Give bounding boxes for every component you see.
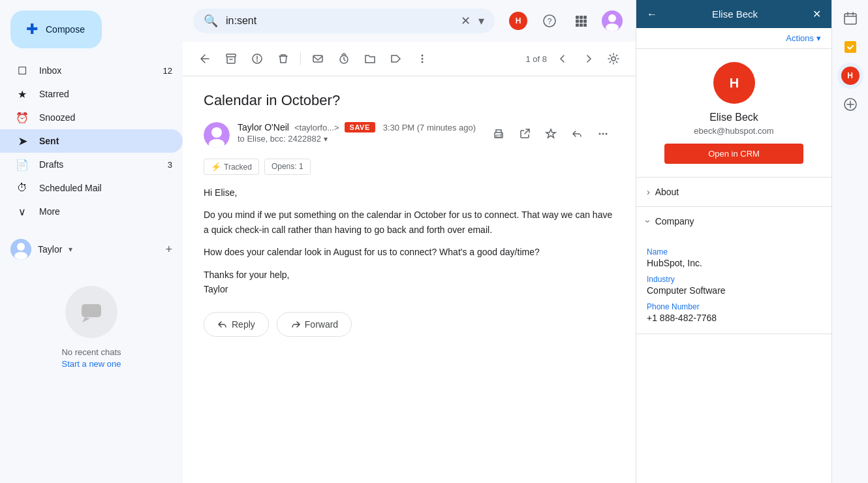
user-account-btn[interactable] [599, 8, 625, 34]
print-button[interactable] [487, 122, 510, 146]
reply-icon-button[interactable] [565, 122, 589, 146]
sidebar-item-snoozed[interactable]: ⏰ Snoozed [0, 106, 183, 129]
open-crm-button[interactable]: Open in CRM [664, 144, 804, 164]
email-paragraph-2: How does your calendar look in August fo… [204, 245, 615, 259]
mark-unread-button[interactable] [306, 47, 330, 70]
inbox-icon: ☐ [16, 65, 29, 77]
hubspot-icon-btn[interactable]: H [505, 8, 531, 34]
sender-avatar [204, 122, 230, 148]
sidebar-item-more[interactable]: ∨ More [0, 200, 183, 223]
report-spam-button[interactable] [245, 47, 269, 70]
strip-hubspot-logo: H [841, 67, 860, 85]
to-line: to Elise, bcc: 2422882 ▾ [238, 134, 479, 144]
panel-back-button[interactable]: ← [647, 8, 657, 20]
tracked-badge[interactable]: ⚡ Tracked [204, 159, 259, 175]
user-section[interactable]: Taylor ▾ + [0, 231, 183, 268]
svg-rect-12 [583, 20, 587, 23]
to-dropdown-icon[interactable]: ▾ [324, 134, 328, 144]
about-section-header[interactable]: › About [636, 178, 831, 206]
labels-button[interactable] [384, 47, 408, 70]
user-name: Taylor [38, 244, 62, 255]
help-icon-btn[interactable]: ? [536, 8, 563, 34]
more-options-button[interactable] [411, 47, 434, 70]
main-area: 🔍 ✕ ▾ H ? [183, 0, 636, 483]
svg-point-35 [599, 133, 601, 135]
svg-point-28 [612, 57, 615, 61]
svg-rect-11 [580, 20, 583, 23]
svg-point-30 [211, 127, 222, 138]
settings-button[interactable] [602, 47, 625, 70]
svg-point-26 [422, 58, 424, 60]
search-input[interactable] [226, 15, 453, 27]
panel-close-button[interactable]: ✕ [813, 8, 821, 20]
sidebar-item-scheduled[interactable]: ⏱ Scheduled Mail [0, 176, 183, 200]
strip-hubspot-icon[interactable]: H [837, 63, 863, 89]
contact-email: ebeck@hubspot.com [694, 126, 773, 136]
more-email-options[interactable] [591, 122, 615, 146]
chat-start-link[interactable]: Start a new one [61, 359, 121, 369]
forward-label: Forward [305, 319, 338, 330]
email-sign-off: Thanks for your help,Taylor [204, 268, 615, 297]
add-user-icon[interactable]: + [165, 243, 172, 257]
delete-button[interactable] [271, 47, 295, 70]
previous-button[interactable] [552, 48, 573, 69]
strip-calendar-icon[interactable] [837, 5, 863, 31]
user-avatar [10, 239, 31, 260]
sidebar-item-inbox[interactable]: ☐ Inbox 12 [0, 59, 183, 82]
search-clear-icon[interactable]: ✕ [461, 14, 471, 28]
actions-chevron-icon: ▾ [816, 33, 821, 43]
company-name-label: Name [647, 247, 821, 257]
sent-icon: ➤ [16, 135, 29, 148]
open-new-window-button[interactable] [513, 122, 536, 146]
phone-label: Phone Number [647, 302, 821, 311]
reply-button[interactable]: Reply [204, 312, 269, 337]
email-body: Hi Elise, Do you mind if we put somethin… [204, 185, 615, 296]
contact-name: Elise Beck [709, 112, 758, 123]
starred-label: Starred [39, 89, 162, 99]
email-header: Taylor O'Neil <taylorfo...> SAVE 3:30 PM… [204, 122, 615, 148]
strip-add-icon[interactable] [837, 91, 863, 117]
chat-empty-icon [65, 286, 117, 338]
sidebar-item-sent[interactable]: ➤ Sent [0, 129, 183, 153]
archive-button[interactable] [219, 47, 243, 70]
industry-value: Computer Software [647, 285, 821, 296]
email-paragraph-1: Do you mind if we put something on the c… [204, 208, 615, 237]
search-dropdown-icon[interactable]: ▾ [478, 14, 484, 28]
compose-button[interactable]: ✚ Compose [10, 10, 102, 48]
back-button[interactable] [193, 47, 217, 70]
sent-label: Sent [39, 136, 172, 146]
svg-rect-23 [313, 55, 322, 62]
forward-button[interactable]: Forward [277, 312, 352, 337]
svg-point-1 [17, 243, 25, 251]
actions-link[interactable]: Actions ▾ [786, 33, 821, 43]
svg-rect-9 [583, 16, 587, 19]
strip-tasks-icon[interactable] [837, 34, 863, 60]
snooze-button[interactable] [332, 47, 356, 70]
opens-badge[interactable]: Opens: 1 [264, 159, 311, 175]
sender-email: <taylorfo...> [294, 123, 339, 132]
move-to-button[interactable] [358, 47, 382, 70]
sidebar-item-starred[interactable]: ★ Starred [0, 82, 183, 106]
apps-icon-btn[interactable] [568, 8, 594, 34]
panel-title: Elise Beck [662, 8, 807, 20]
search-bar: 🔍 ✕ ▾ [193, 8, 495, 33]
sidebar: ✚ Compose ☐ Inbox 12 ★ Starred ⏰ Snoozed… [0, 0, 183, 483]
sender-name: Taylor O'Neil [238, 122, 289, 132]
svg-point-36 [602, 133, 604, 135]
next-button[interactable] [578, 48, 599, 69]
search-icon: 🔍 [204, 14, 218, 28]
save-badge[interactable]: SAVE [345, 122, 375, 132]
email-toolbar: 1 of 8 [183, 42, 636, 76]
svg-point-17 [608, 14, 616, 22]
sidebar-item-drafts[interactable]: 📄 Drafts 3 [0, 153, 183, 176]
svg-point-2 [14, 252, 27, 260]
about-chevron-icon: › [647, 187, 650, 197]
reply-label: Reply [232, 319, 255, 330]
tracking-badges: ⚡ Tracked Opens: 1 [204, 159, 615, 175]
more-chevron-icon: ∨ [16, 206, 29, 218]
topbar: 🔍 ✕ ▾ H ? [183, 0, 636, 42]
industry-label: Industry [647, 275, 821, 284]
company-section-header[interactable]: › Company [636, 207, 831, 236]
star-button[interactable] [539, 122, 563, 146]
user-dropdown-icon[interactable]: ▾ [69, 245, 72, 254]
